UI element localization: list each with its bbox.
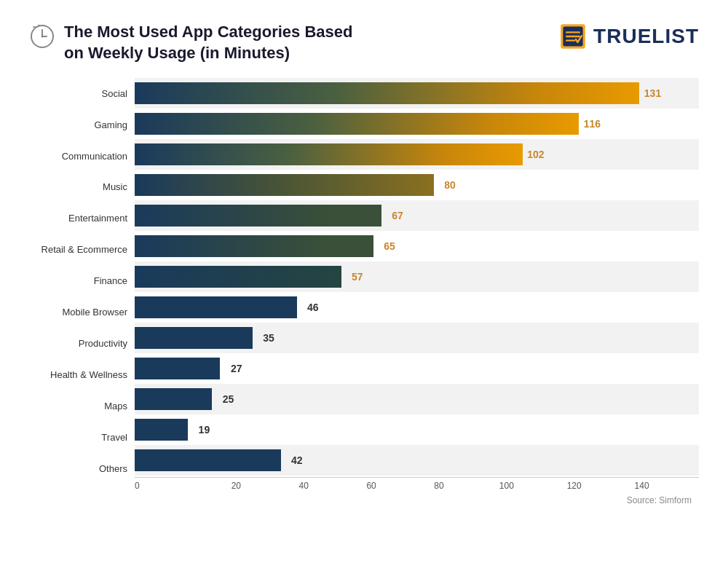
- truelist-logo-icon: [558, 22, 587, 51]
- clock-icon: [29, 23, 55, 50]
- svg-point-3: [41, 36, 44, 38]
- bar-row: 35: [135, 323, 699, 353]
- bar-row: 102: [135, 139, 699, 170]
- bar-value-label: 19: [199, 424, 210, 436]
- bar-row: 42: [135, 445, 699, 476]
- bar-value-label: 67: [392, 210, 403, 221]
- bar-row: 27: [135, 353, 699, 384]
- chart-body: 13111610280676557463527251942 0204060801…: [135, 78, 699, 505]
- bar-row: 25: [135, 384, 699, 414]
- y-axis-label: Others: [29, 453, 135, 484]
- x-axis-label: 100: [472, 481, 540, 491]
- x-axis-label: 120: [540, 481, 608, 491]
- bar-value-label: 35: [263, 332, 274, 344]
- bar-value-label: 80: [444, 179, 456, 191]
- y-axis-label: Health & Wellness: [29, 359, 135, 390]
- logo-section: TRUELIST: [558, 22, 699, 51]
- y-axis-label: Finance: [29, 266, 135, 296]
- bar-value-label: 131: [644, 87, 661, 99]
- bar: 102: [135, 143, 523, 165]
- x-axis-label: 20: [202, 481, 270, 491]
- bar: 42: [135, 449, 281, 471]
- header: The Most Used App Categories Based on We…: [29, 22, 699, 63]
- y-axis-label: Entertainment: [29, 203, 135, 234]
- bar: 19: [135, 419, 188, 441]
- bar-row: 19: [135, 414, 699, 445]
- bar-row: 80: [135, 170, 699, 200]
- bar-row: 67: [135, 200, 699, 231]
- source-text: Source: Simform: [135, 495, 699, 505]
- bar-row: 57: [135, 261, 699, 292]
- y-axis-label: Productivity: [29, 328, 135, 358]
- y-axis-label: Gaming: [29, 109, 135, 140]
- x-axis-label: 80: [405, 481, 473, 491]
- bar-row: 116: [135, 109, 699, 139]
- logo-text: TRUELIST: [593, 25, 699, 48]
- y-axis: SocialGamingCommunicationMusicEntertainm…: [29, 78, 135, 505]
- bar-value-label: 57: [352, 271, 363, 283]
- y-axis-label: Music: [29, 172, 135, 202]
- y-axis-label: Maps: [29, 390, 135, 421]
- y-axis-label: Social: [29, 78, 135, 109]
- bar-row: 65: [135, 231, 699, 261]
- y-axis-label: Communication: [29, 141, 135, 171]
- bar-value-label: 42: [291, 454, 303, 466]
- bar: 65: [135, 235, 373, 257]
- bar-value-label: 102: [527, 149, 544, 160]
- y-axis-label: Mobile Browser: [29, 297, 135, 328]
- y-axis-label: Retail & Ecommerce: [29, 235, 135, 265]
- bar: 25: [135, 388, 212, 410]
- bar: 67: [135, 205, 381, 227]
- bar-row: 131: [135, 78, 699, 109]
- bar-value-label: 65: [384, 240, 395, 252]
- bar: 27: [135, 358, 220, 379]
- title-section: The Most Used App Categories Based on We…: [29, 22, 352, 63]
- bar: 35: [135, 327, 253, 349]
- bar: 80: [135, 174, 434, 196]
- bar: 131: [135, 82, 639, 104]
- bar: 116: [135, 113, 579, 135]
- bars-container: 13111610280676557463527251942: [135, 78, 699, 476]
- main-container: The Most Used App Categories Based on We…: [0, 0, 728, 579]
- bar: 46: [135, 296, 297, 318]
- x-axis: 020406080100120140: [135, 477, 699, 491]
- chart-area: SocialGamingCommunicationMusicEntertainm…: [29, 78, 699, 505]
- bar: 57: [135, 266, 341, 288]
- chart-title: The Most Used App Categories Based on We…: [64, 22, 352, 63]
- bar-value-label: 116: [584, 118, 601, 130]
- bar-value-label: 46: [307, 302, 319, 313]
- bar-value-label: 27: [231, 363, 242, 374]
- x-axis-label: 140: [608, 481, 676, 491]
- x-axis-label: 0: [135, 481, 202, 491]
- x-axis-label: 40: [270, 481, 338, 491]
- x-axis-label: 60: [338, 481, 405, 491]
- bar-value-label: 25: [223, 393, 234, 405]
- bar-row: 46: [135, 292, 699, 323]
- y-axis-label: Travel: [29, 422, 135, 452]
